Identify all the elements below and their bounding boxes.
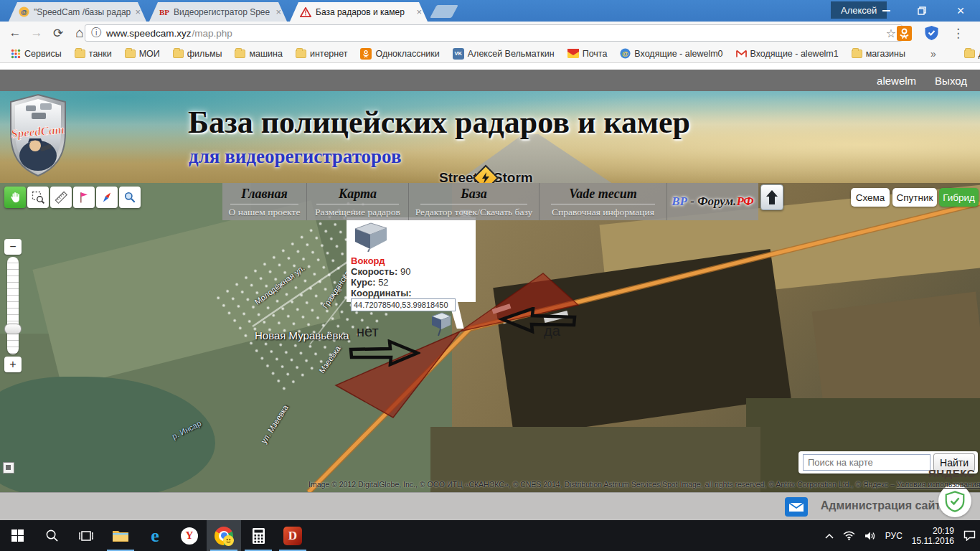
- mail-envelope-icon[interactable]: [785, 497, 808, 517]
- browser-tab-1[interactable]: @ "SpeedCam /базы радар ×: [9, 2, 146, 22]
- coordinates-input[interactable]: [351, 298, 456, 311]
- tab-close-icon[interactable]: ×: [416, 6, 422, 17]
- bookmark-folder-internet[interactable]: интернет: [291, 49, 353, 59]
- menu-item-vademecum[interactable]: Vade mecum Справочная информация: [540, 183, 667, 220]
- map-canvas[interactable]: Новая Муравьёвка Молодёжная ул. Гражданс…: [0, 183, 980, 492]
- hidden-icons-chevron[interactable]: [825, 533, 834, 539]
- mailru-at-icon: @: [620, 48, 631, 59]
- folder-icon: [125, 50, 136, 58]
- admin-contact-link[interactable]: Администрация сайта: [821, 499, 947, 512]
- chrome-button-active[interactable]: [207, 520, 241, 551]
- zoom-in-button[interactable]: +: [4, 357, 22, 372]
- yandex-logo[interactable]: ЯНДЕКС: [928, 467, 975, 479]
- map-search-input[interactable]: [803, 454, 930, 471]
- ruler-tool-button[interactable]: [50, 187, 72, 208]
- other-bookmarks[interactable]: Другие закладки: [959, 49, 980, 59]
- chrome-menu-icon[interactable]: ⋮: [952, 26, 964, 41]
- vr-favicon: ВР: [159, 8, 169, 17]
- tab-close-icon[interactable]: ×: [135, 6, 141, 17]
- network-wifi-icon[interactable]: [843, 531, 855, 540]
- folder-icon: [964, 50, 975, 58]
- bookmark-apps[interactable]: Сервисы: [6, 49, 67, 59]
- tab-title: База радаров и камер: [316, 7, 405, 17]
- radar-marker-icon[interactable]: [429, 311, 453, 336]
- map-type-hybrid-button[interactable]: Гибрид: [939, 188, 979, 207]
- zoom-out-button[interactable]: −: [4, 239, 22, 255]
- menu-item-forum[interactable]: ВР - Форум.РФ: [667, 183, 758, 220]
- bookmark-vk[interactable]: VK Алексей Вельматкин: [448, 48, 560, 60]
- edge-button[interactable]: e: [138, 520, 172, 551]
- page-info-icon[interactable]: ⓘ: [91, 27, 101, 39]
- file-explorer-button[interactable]: [103, 520, 138, 551]
- zoom-slider-track[interactable]: [7, 257, 19, 354]
- menu-title: Vade mecum: [540, 187, 666, 202]
- logout-link[interactable]: Выход: [935, 75, 967, 87]
- bookmarks-overflow-chevron[interactable]: »: [930, 48, 936, 60]
- site-menu: Главная О нашем проекте Карта Размещение…: [222, 183, 758, 220]
- ok-icon: [360, 48, 372, 60]
- media-player-button[interactable]: D: [275, 520, 310, 551]
- action-center-icon[interactable]: [963, 530, 976, 541]
- site-subtitle: для видеорегистраторов: [189, 146, 402, 168]
- bookmark-folder-filmy[interactable]: фильмы: [168, 49, 227, 59]
- tab-close-icon[interactable]: ×: [275, 6, 281, 17]
- terms-link[interactable]: Условия использования: [897, 480, 980, 489]
- yandex-browser-button[interactable]: Y: [172, 520, 207, 551]
- window-restore-button[interactable]: [905, 0, 938, 22]
- scroll-top-button[interactable]: [760, 184, 783, 210]
- ok-extension-icon[interactable]: [895, 24, 913, 42]
- menu-item-baza[interactable]: База Редактор точек/Скачать базу: [409, 183, 540, 220]
- calculator-button[interactable]: [241, 520, 275, 551]
- bookmark-inbox-mailru[interactable]: @ Входящие - alewelm0: [615, 48, 727, 59]
- bookmark-pochta[interactable]: Почта: [562, 49, 613, 59]
- window-close-button[interactable]: ×: [944, 0, 977, 22]
- bookmark-folder-tanki[interactable]: танки: [70, 49, 117, 59]
- browser-tab-3-active[interactable]: База радаров и камер ×: [290, 2, 428, 22]
- keyboard-language[interactable]: РУС: [885, 531, 903, 541]
- window-minimize-button[interactable]: [870, 0, 903, 22]
- bookmark-folder-magaziny[interactable]: магазины: [847, 49, 910, 59]
- folder-icon: [75, 50, 85, 58]
- site-user-bar: alewelm Выход: [0, 70, 980, 91]
- vk-icon: VK: [453, 48, 464, 60]
- new-tab-button[interactable]: [430, 5, 458, 18]
- forward-icon[interactable]: →: [26, 26, 47, 40]
- bookmark-folder-moi[interactable]: МОИ: [120, 49, 165, 59]
- map-type-satellite-button[interactable]: Спутник: [892, 188, 937, 207]
- menu-item-glavnaya[interactable]: Главная О нашем проекте: [222, 183, 307, 220]
- date: 15.11.2016: [912, 536, 954, 546]
- compass-tool-button[interactable]: [96, 187, 118, 208]
- taskbar-search-button[interactable]: [34, 520, 69, 551]
- task-view-button[interactable]: [69, 520, 103, 551]
- bookmark-folder-mashina[interactable]: машина: [230, 49, 287, 59]
- bookmark-label: танки: [89, 49, 112, 59]
- bookmark-star-icon[interactable]: ☆: [886, 27, 896, 40]
- zoom-slider-handle[interactable]: [4, 324, 22, 334]
- bookmark-inbox-gmail[interactable]: Входящие - alewelm1: [731, 49, 844, 59]
- pan-tool-button[interactable]: [4, 187, 26, 208]
- zoom-select-tool-button[interactable]: [27, 187, 49, 208]
- search-tool-button[interactable]: [119, 187, 141, 208]
- browser-toolbar: ← → ⟳ ⌂ ⓘ www.speedcam.xyz/map.php ☆ ⋮: [0, 22, 980, 44]
- back-icon[interactable]: ←: [4, 26, 26, 40]
- warning-triangle-icon: [300, 7, 311, 17]
- menu-title: Главная: [222, 187, 306, 202]
- shield-extension-icon[interactable]: [923, 24, 940, 42]
- map-attribution: Image © 2012 DigitalGlobe, Inc., © ООО И…: [308, 480, 977, 489]
- taskbar-clock[interactable]: 20:19 15.11.2016: [912, 526, 954, 546]
- bookmark-odnoklassniki[interactable]: Одноклассники: [355, 48, 444, 60]
- volume-icon[interactable]: [864, 531, 876, 541]
- menu-title: Карта: [307, 187, 408, 202]
- reload-icon[interactable]: ⟳: [47, 26, 69, 41]
- map-type-scheme-button[interactable]: Схема: [851, 188, 890, 207]
- address-bar[interactable]: ⓘ www.speedcam.xyz/map.php ☆: [85, 24, 903, 42]
- browser-tab-2[interactable]: ВР Видеорегистратор Spee ×: [149, 2, 287, 22]
- username[interactable]: alewelm: [877, 75, 916, 87]
- radar-name[interactable]: Вокорд: [351, 255, 471, 266]
- minimap-toggle[interactable]: [3, 462, 14, 474]
- flag-tool-button[interactable]: [73, 187, 95, 208]
- menu-subtitle: Размещение радаров: [307, 207, 408, 218]
- menu-item-karta[interactable]: Карта Размещение радаров: [307, 183, 409, 220]
- start-button[interactable]: [0, 520, 34, 551]
- web-page: alewelm Выход SpeedCam База полицейских …: [0, 64, 980, 520]
